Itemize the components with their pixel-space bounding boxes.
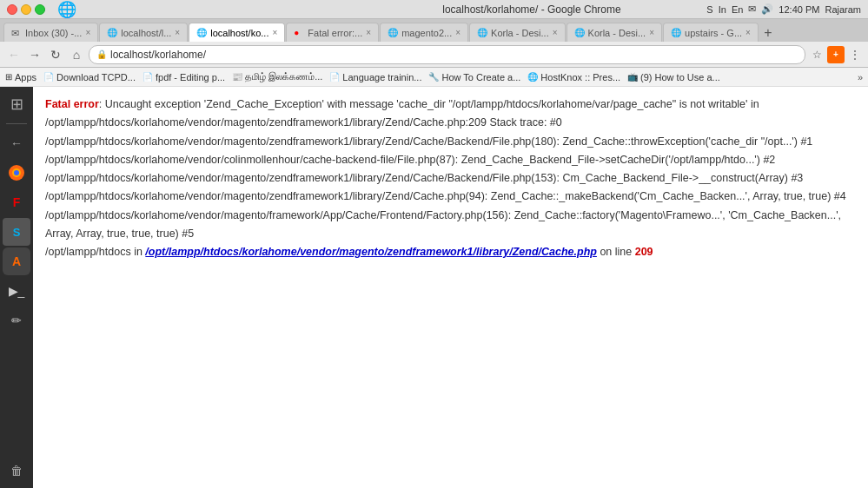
keyboard-icon: In bbox=[719, 4, 726, 15]
minimize-button[interactable] bbox=[21, 4, 31, 15]
tab-favicon-upstairs: 🌐 bbox=[671, 28, 681, 38]
error-main-line: Fatal error: Uncaught exception 'Zend_Ca… bbox=[45, 96, 856, 114]
error-trace-5: /opt/lampp/htdocs in /opt/lampp/htdocs/k… bbox=[45, 243, 856, 261]
error-type: Fatal error bbox=[45, 98, 99, 110]
tab-label-fatal: Fatal error:... bbox=[308, 28, 362, 38]
tab-korla1[interactable]: 🌐 Korla - Desi... × bbox=[469, 23, 565, 42]
close-button[interactable] bbox=[7, 4, 17, 15]
tab-favicon-korla2: 🌐 bbox=[574, 28, 585, 38]
address-bar[interactable]: 🔒 localhost/korlahome/ bbox=[89, 45, 805, 64]
sidebar-divider-1 bbox=[6, 123, 27, 124]
tab-favicon-inbox: ✉ bbox=[11, 28, 22, 38]
bookmark-fpdf[interactable]: 📄 fpdf - Editing p... bbox=[142, 72, 225, 82]
tab-label-magento2: magento2... bbox=[401, 28, 452, 38]
bookmark-language-label: Language trainin... bbox=[342, 72, 421, 82]
new-tab-button[interactable]: + bbox=[759, 24, 777, 42]
sidebar-item-apps[interactable]: ⊞ bbox=[3, 90, 30, 118]
bookmark-fpdf-label: fpdf - Editing p... bbox=[156, 72, 225, 82]
tab-favicon-fatal: ● bbox=[294, 28, 304, 38]
back-button[interactable]: ← bbox=[5, 46, 23, 63]
reload-button[interactable]: ↻ bbox=[47, 46, 64, 63]
title-bar: 🌐 localhost/korlahome/ - Google Chrome S… bbox=[0, 0, 868, 19]
tab-label-korla1: Korla - Desi... bbox=[491, 28, 549, 38]
tab-favicon-magento2: 🌐 bbox=[388, 28, 398, 38]
tab-close-fatal[interactable]: × bbox=[366, 28, 371, 37]
tab-korla2[interactable]: 🌐 Korla - Desi... × bbox=[567, 23, 662, 42]
bookmark-howto-label: How To Create a... bbox=[441, 72, 520, 82]
browser-content: Fatal error: Uncaught exception 'Zend_Ca… bbox=[33, 87, 868, 488]
error-trace-1: /opt/lampp/htdocs/korlahome/vendor/colin… bbox=[45, 151, 856, 169]
tab-close-inbox[interactable]: × bbox=[85, 28, 90, 37]
howto-bookmark-icon: 🔧 bbox=[428, 72, 439, 82]
email-tray-icon: ✉ bbox=[748, 3, 756, 15]
bookmark-apps-label: Apps bbox=[15, 72, 36, 82]
maximize-button[interactable] bbox=[35, 4, 45, 15]
bookmarks-bar: ⊞ Apps 📄 Download TCPD... 📄 fpdf - Editi… bbox=[0, 68, 868, 87]
svg-point-2 bbox=[14, 170, 19, 175]
sidebar-item-app[interactable]: A bbox=[3, 247, 30, 275]
bookmark-howto[interactable]: 🔧 How To Create a... bbox=[428, 72, 520, 82]
sidebar-item-trash[interactable]: 🗑 bbox=[3, 457, 30, 485]
tamil-bookmark-icon: 📰 bbox=[232, 72, 242, 82]
youtube-bookmark-icon: 📺 bbox=[627, 72, 638, 82]
browser-toolbar: ← → ↻ ⌂ 🔒 localhost/korlahome/ ☆ + ⋮ bbox=[0, 42, 868, 68]
tab-localhost2[interactable]: 🌐 localhost/ko... × bbox=[189, 23, 285, 42]
tab-label-korla2: Korla - Desi... bbox=[588, 28, 646, 38]
bookmark-tcpd[interactable]: 📄 Download TCPD... bbox=[43, 72, 136, 82]
tab-close-korla1[interactable]: × bbox=[553, 28, 558, 37]
error-file-line: /opt/lampp/htdocs/korlahome/vendor/magen… bbox=[45, 114, 856, 132]
sidebar-item-terminal[interactable]: ▶_ bbox=[3, 277, 30, 305]
settings-button[interactable]: ⋮ bbox=[847, 47, 863, 63]
star-button[interactable]: ☆ bbox=[809, 47, 825, 63]
sidebar-item-skype[interactable]: S bbox=[3, 218, 30, 246]
sidebar-item-filezilla[interactable]: F bbox=[3, 188, 30, 216]
sidebar-item-back[interactable]: ← bbox=[3, 129, 30, 157]
tab-magento2[interactable]: 🌐 magento2... × bbox=[380, 23, 468, 42]
tab-upstairs[interactable]: 🌐 upstairs - G... × bbox=[663, 23, 759, 42]
tcpd-bookmark-icon: 📄 bbox=[43, 72, 54, 82]
address-lock-icon: 🔒 bbox=[96, 49, 107, 59]
main-layout: ⊞ ← F S A ▶_ ✏ 🗑 Fatal error: Uncaught e… bbox=[0, 87, 868, 488]
bookmark-youtube-label: (9) How to Use a... bbox=[640, 72, 720, 82]
lang-icon: En bbox=[732, 4, 743, 15]
bookmark-apps[interactable]: ⊞ Apps bbox=[5, 72, 36, 82]
title-bar-left: 🌐 bbox=[7, 0, 357, 19]
bookmark-hostknox[interactable]: 🌐 HostKnox :: Pres... bbox=[527, 72, 620, 82]
apps-bookmark-icon: ⊞ bbox=[5, 72, 12, 82]
bookmark-tamil[interactable]: 📰 தமிழ் இலக்கணம்... bbox=[232, 71, 322, 82]
tab-close-localhost1[interactable]: × bbox=[175, 28, 180, 37]
tab-close-localhost2[interactable]: × bbox=[272, 28, 277, 37]
title-bar-right: S In En ✉ 🔊 12:40 PM Rajaram bbox=[706, 3, 861, 15]
clock: 12:40 PM bbox=[779, 4, 819, 15]
tab-label-inbox: Inbox (30) -... bbox=[25, 28, 82, 38]
fpdf-bookmark-icon: 📄 bbox=[142, 72, 153, 82]
error-trace-3: /opt/lampp/htdocs/korlahome/vendor/magen… bbox=[45, 188, 856, 206]
tab-close-korla2[interactable]: × bbox=[649, 28, 654, 37]
tab-close-upstairs[interactable]: × bbox=[745, 28, 751, 37]
forward-button[interactable]: → bbox=[26, 46, 43, 63]
address-url: localhost/korlahome/ bbox=[110, 49, 206, 61]
sidebar-item-edit[interactable]: ✏ bbox=[3, 307, 30, 334]
tab-inbox[interactable]: ✉ Inbox (30) -... × bbox=[3, 23, 98, 42]
new-tab-img-button[interactable]: + bbox=[827, 46, 845, 63]
tab-bar: ✉ Inbox (30) -... × 🌐 localhost/l... × 🌐… bbox=[0, 19, 868, 42]
tab-favicon-localhost2: 🌐 bbox=[196, 28, 207, 38]
tab-label-localhost1: localhost/l... bbox=[121, 28, 171, 38]
tab-localhost1[interactable]: 🌐 localhost/l... × bbox=[99, 23, 188, 42]
os-icon: 🌐 bbox=[57, 0, 76, 19]
bookmark-language[interactable]: 📄 Language trainin... bbox=[329, 72, 421, 82]
error-trace-0: /opt/lampp/htdocs/korlahome/vendor/magen… bbox=[45, 133, 856, 151]
tab-close-magento2[interactable]: × bbox=[455, 28, 461, 37]
bookmark-youtube[interactable]: 📺 (9) How to Use a... bbox=[627, 72, 720, 82]
bookmarks-more[interactable]: » bbox=[858, 72, 863, 82]
firefox-icon bbox=[8, 164, 25, 181]
window-title: localhost/korlahome/ - Google Chrome bbox=[357, 3, 707, 16]
error-colon: : Uncaught exception 'Zend_Cache_Excepti… bbox=[99, 98, 759, 110]
tab-label-upstairs: upstairs - G... bbox=[685, 28, 742, 38]
sidebar: ⊞ ← F S A ▶_ ✏ 🗑 bbox=[0, 87, 33, 488]
tab-label-localhost2: localhost/ko... bbox=[210, 28, 268, 38]
bookmark-hostknox-label: HostKnox :: Pres... bbox=[540, 72, 620, 82]
tab-fatal[interactable]: ● Fatal error:... × bbox=[286, 23, 379, 42]
home-button[interactable]: ⌂ bbox=[68, 46, 85, 63]
sidebar-item-firefox[interactable] bbox=[3, 159, 30, 187]
